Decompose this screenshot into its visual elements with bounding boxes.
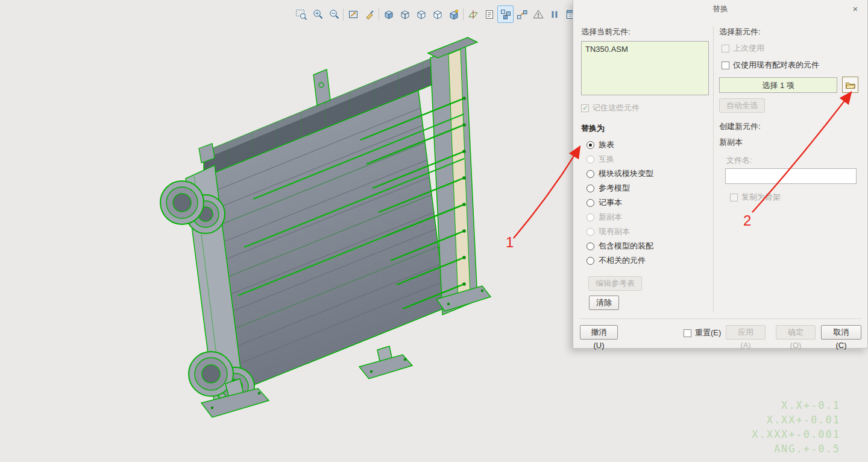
toolbar-assembly-warning-button[interactable]	[530, 5, 546, 23]
refit-icon	[347, 8, 359, 21]
toolbar-zoom-out-button[interactable]	[326, 5, 342, 23]
radio-icon	[587, 199, 594, 207]
new-component-selection-row: 选择 1 项	[719, 77, 863, 93]
undo-button[interactable]: 撤消(U)	[580, 325, 618, 340]
close-icon[interactable]: ×	[851, 4, 860, 14]
checkbox-last-used: 上次使用	[722, 43, 863, 54]
tolerance-line: X.X+-0.1	[752, 398, 840, 413]
cancel-button[interactable]: 取消(C)	[821, 325, 861, 340]
toolbar-refit-button[interactable]	[345, 5, 361, 23]
radio-icon	[587, 214, 594, 221]
toolbar-enhanced-realism-button[interactable]	[445, 5, 462, 23]
create-new-component-label: 创建新元件:	[719, 121, 863, 132]
toolbar-repaint-button[interactable]	[361, 5, 377, 23]
radio-notebook[interactable]: 记事本	[581, 195, 709, 210]
last-used-checkbox-icon	[722, 45, 729, 52]
new-component-collector[interactable]: 选择 1 项	[719, 77, 837, 93]
exploded-view-icon	[500, 8, 512, 21]
checkbox-copy-as-skeleton: 复制为骨架	[730, 192, 863, 203]
replace-dialog: 替换 × 选择当前元件: TN350.ASM 记住这些元件 替换为 族表 互换	[573, 0, 868, 349]
open-folder-icon	[845, 80, 856, 90]
pairing-table-label: 仅使用现有配对表的元件	[733, 60, 819, 71]
radio-label: 记事本	[599, 197, 622, 208]
radio-icon	[587, 257, 594, 265]
radio-label: 族表	[599, 139, 614, 150]
dialog-title: 替换	[573, 0, 867, 18]
radio-icon	[587, 185, 594, 192]
radio-icon	[587, 228, 594, 236]
browse-button[interactable]	[842, 77, 858, 93]
radio-icon	[587, 156, 594, 163]
radio-label: 包含模型的装配	[599, 241, 653, 252]
enhanced-realism-icon	[448, 8, 460, 21]
replace-with-options: 族表 互换 模块或模块变型 参考模型 记事本	[581, 138, 709, 268]
toolbar-component-assemble-button[interactable]	[514, 5, 530, 23]
radio-family-table[interactable]: 族表	[581, 138, 709, 152]
clear-button[interactable]: 清除	[589, 296, 619, 310]
auto-select-all-button: 自动全选	[719, 98, 765, 113]
copy-as-skeleton-checkbox-icon	[730, 194, 738, 201]
checkbox-reset[interactable]: 重置(E)	[684, 328, 721, 338]
toolbar-no-hidden-style-button[interactable]	[429, 5, 445, 23]
radio-label: 参考模型	[599, 183, 630, 194]
current-component-pane: 选择当前元件: TN350.ASM 记住这些元件 替换为 族表 互换 模块或模	[581, 27, 709, 310]
radio-icon	[587, 242, 594, 250]
new-copy-label: 新副本	[719, 137, 863, 148]
shaded-cube-icon	[383, 8, 395, 21]
remember-components-label: 记住这些元件	[593, 103, 640, 113]
zoom-region-icon	[295, 8, 307, 21]
annotation-icon	[483, 8, 495, 21]
component-assemble-icon	[516, 8, 528, 21]
ok-button: 确定(O)	[776, 325, 816, 340]
application-window: X.X+-0.1 X.XX+-0.01 X.XXX+-0.001 ANG.+-0…	[0, 0, 868, 462]
toolbar-shaded-style-button[interactable]	[380, 5, 397, 23]
toolbar-zoom-region-button[interactable]	[293, 5, 309, 23]
repaint-icon	[363, 8, 376, 21]
radio-label: 新副本	[599, 212, 622, 223]
tolerance-line: X.XX+-0.01	[752, 413, 840, 427]
reset-label: 重置(E)	[695, 328, 721, 338]
current-component-label: 选择当前元件:	[581, 27, 709, 37]
toolbar-exploded-view-button[interactable]	[497, 5, 514, 23]
toolbar-separator	[343, 8, 344, 21]
file-name-label: 文件名:	[726, 155, 863, 166]
new-component-pane: 选择新元件: 上次使用 仅使用现有配对表的元件 选择 1 项	[719, 27, 863, 203]
toolbar-wireframe-style-button[interactable]	[397, 5, 413, 23]
new-component-label: 选择新元件:	[719, 27, 863, 37]
radio-new-copy: 新副本	[581, 210, 709, 224]
radio-label: 现有副本	[599, 226, 630, 237]
radio-label: 模块或模块变型	[599, 168, 653, 179]
warning-triangle-icon	[532, 8, 544, 21]
reset-checkbox-icon	[684, 329, 691, 337]
wireframe-cube-icon	[399, 8, 411, 21]
zoom-in-icon	[312, 8, 324, 21]
toolbar-pause-button[interactable]	[546, 5, 562, 23]
pause-icon	[549, 8, 561, 21]
radio-module-or-variant[interactable]: 模块或模块变型	[581, 166, 709, 181]
no-hidden-cube-icon	[432, 8, 444, 21]
hidden-line-cube-icon	[415, 8, 427, 21]
copy-as-skeleton-label: 复制为骨架	[741, 192, 781, 203]
toolbar-separator	[463, 8, 464, 21]
remember-components-checkbox-icon	[581, 104, 589, 112]
radio-reference-model[interactable]: 参考模型	[581, 181, 709, 195]
tolerance-line: ANG.+-0.5	[752, 441, 840, 456]
tolerance-note: X.X+-0.1 X.XX+-0.01 X.XXX+-0.001 ANG.+-0…	[752, 398, 840, 456]
radio-unrelated-component[interactable]: 不相关的元件	[581, 253, 709, 268]
checkbox-pairing-table-only[interactable]: 仅使用现有配对表的元件	[722, 60, 863, 71]
dialog-vertical-divider	[713, 27, 714, 312]
file-name-input[interactable]	[725, 168, 857, 184]
toolbar-separator	[379, 8, 379, 21]
toolbar-annotation-display-button[interactable]	[481, 5, 497, 23]
tolerance-line: X.XXX+-0.001	[752, 427, 840, 441]
heat-exchanger-model[interactable]	[160, 37, 491, 417]
edit-reference-table-button: 编辑参考表	[588, 276, 642, 291]
radio-icon	[587, 141, 594, 149]
replace-with-heading: 替换为	[581, 123, 709, 134]
toolbar-datum-display-button[interactable]	[465, 5, 481, 23]
last-used-label: 上次使用	[733, 43, 764, 54]
radio-assembly-containing-model[interactable]: 包含模型的装配	[581, 239, 709, 253]
current-component-collector[interactable]: TN350.ASM	[581, 41, 709, 95]
toolbar-hidden-line-style-button[interactable]	[413, 5, 429, 23]
toolbar-zoom-in-button[interactable]	[309, 5, 326, 23]
